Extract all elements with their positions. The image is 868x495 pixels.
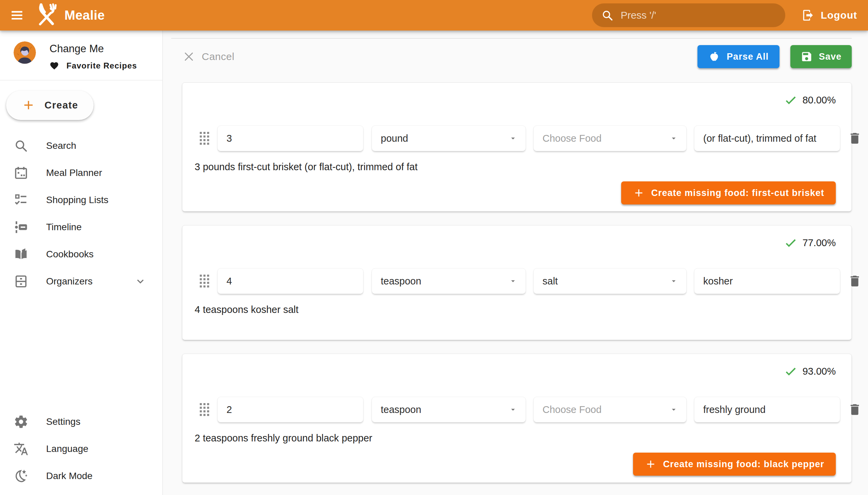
save-label: Save <box>819 52 841 62</box>
sidebar-item-organizers[interactable]: Organizers <box>0 268 163 295</box>
unit-select-value: teaspoon <box>381 404 421 415</box>
confidence-value: 80.00% <box>803 95 836 106</box>
sidebar: Change Me Favorite Recipes Create Search… <box>0 31 163 495</box>
quantity-input[interactable] <box>217 268 363 294</box>
close-icon <box>183 51 195 63</box>
caret-down-icon <box>669 134 678 143</box>
mealie-app: Mealie Logout C <box>0 0 868 495</box>
sidebar-nav: Search Meal Planner Shopping Lists Timel… <box>0 132 163 295</box>
sidebar-item-cookbooks[interactable]: Cookbooks <box>0 241 163 268</box>
caret-down-icon <box>509 277 517 286</box>
user-profile[interactable]: Change Me Favorite Recipes <box>0 31 163 80</box>
logout-label: Logout <box>820 10 857 21</box>
create-missing-food-label: Create missing food: first-cut brisket <box>651 188 824 198</box>
ingredient-fields-row: pound Choose Food <box>194 125 844 151</box>
quantity-input[interactable] <box>217 125 363 151</box>
global-search[interactable] <box>592 3 785 27</box>
sidebar-item-shopping-lists[interactable]: Shopping Lists <box>0 186 163 214</box>
unit-select[interactable]: teaspoon <box>372 397 526 423</box>
menu-icon[interactable] <box>8 6 26 24</box>
check-icon <box>784 93 797 106</box>
delete-button[interactable] <box>848 131 862 146</box>
moon-icon <box>14 468 29 483</box>
app-brand[interactable]: Mealie <box>35 3 105 28</box>
search-icon <box>14 138 29 153</box>
cancel-button[interactable]: Cancel <box>182 51 240 63</box>
chevron-down-icon <box>134 275 147 288</box>
plus-icon <box>633 187 645 199</box>
sidebar-item-dark-mode[interactable]: Dark Mode <box>0 462 163 490</box>
confidence-indicator: 77.00% <box>194 236 836 249</box>
note-input[interactable] <box>694 125 840 151</box>
unit-select[interactable]: teaspoon <box>372 268 526 294</box>
missing-food-row: Create missing food: first-cut brisket <box>194 182 844 204</box>
content-divider <box>171 38 852 39</box>
sidebar-item-language[interactable]: Language <box>0 435 163 462</box>
unit-select-value: teaspoon <box>381 276 421 287</box>
food-select[interactable]: Choose Food <box>533 397 686 423</box>
food-select[interactable]: Choose Food <box>533 125 686 151</box>
heart-icon <box>50 61 59 70</box>
create-button-label: Create <box>45 100 78 111</box>
search-input[interactable] <box>620 10 777 21</box>
drag-handle-icon[interactable] <box>200 132 209 145</box>
book-icon <box>14 247 29 262</box>
create-missing-food-label: Create missing food: black pepper <box>663 459 824 470</box>
parse-all-label: Parse All <box>727 52 769 62</box>
sidebar-divider <box>0 80 163 80</box>
drawer-icon <box>14 274 29 289</box>
delete-button[interactable] <box>848 274 862 288</box>
unit-select[interactable]: pound <box>372 125 526 151</box>
ingredient-card: 77.00% teaspoon <box>182 225 852 340</box>
caret-down-icon <box>509 405 517 414</box>
avatar <box>14 41 36 64</box>
quantity-input[interactable] <box>217 397 363 423</box>
confidence-indicator: 93.00% <box>194 365 836 378</box>
drag-handle-icon[interactable] <box>200 275 209 288</box>
ingredient-card: 93.00% teaspoon <box>182 354 852 483</box>
cancel-label: Cancel <box>202 51 234 62</box>
checklist-icon <box>14 192 29 207</box>
check-icon <box>784 365 797 378</box>
create-missing-food-button[interactable]: Create missing food: black pepper <box>633 453 836 476</box>
original-ingredient-text: 3 pounds first-cut brisket (or flat-cut)… <box>194 161 844 173</box>
trash-icon <box>848 403 862 417</box>
original-ingredient-text: 4 teaspoons kosher salt <box>194 304 844 315</box>
favorite-recipes-label: Favorite Recipes <box>66 61 137 70</box>
sidebar-item-timeline[interactable]: Timeline <box>0 214 163 241</box>
check-icon <box>784 236 797 249</box>
sidebar-nav-footer: Settings Language Dark Mode <box>0 408 163 495</box>
translate-icon <box>14 441 29 456</box>
note-input[interactable] <box>694 268 840 294</box>
caret-down-icon <box>669 405 678 414</box>
calendar-icon <box>14 166 29 181</box>
gear-icon <box>14 414 29 429</box>
drag-handle-icon[interactable] <box>200 403 209 416</box>
ingredient-fields-row: teaspoon salt <box>194 268 844 294</box>
missing-food-row: Create missing food: black pepper <box>194 453 844 476</box>
trash-icon <box>848 131 862 146</box>
sidebar-item-meal-planner[interactable]: Meal Planner <box>0 159 163 186</box>
note-input[interactable] <box>694 397 840 423</box>
sidebar-item-settings[interactable]: Settings <box>0 408 163 435</box>
food-select-value: salt <box>543 276 558 287</box>
ingredient-fields-row: teaspoon Choose Food <box>194 397 844 423</box>
logout-button[interactable]: Logout <box>797 4 862 27</box>
app-title: Mealie <box>64 8 105 23</box>
save-icon <box>801 51 813 63</box>
search-icon <box>601 9 614 22</box>
ingredient-card: 80.00% pound <box>182 82 852 211</box>
favorite-recipes-link[interactable]: Favorite Recipes <box>50 61 137 70</box>
food-select[interactable]: salt <box>533 268 686 294</box>
create-button[interactable]: Create <box>6 90 93 120</box>
delete-button[interactable] <box>848 403 862 417</box>
original-ingredient-text: 2 teaspoons freshly ground black pepper <box>194 433 844 444</box>
save-button[interactable]: Save <box>790 45 852 68</box>
caret-down-icon <box>669 277 678 286</box>
sidebar-item-search[interactable]: Search <box>0 132 163 159</box>
parse-all-button[interactable]: Parse All <box>697 45 780 68</box>
plus-icon <box>21 98 36 112</box>
create-missing-food-button[interactable]: Create missing food: first-cut brisket <box>621 182 836 204</box>
parser-toolbar: Cancel Parse All Save <box>182 45 852 68</box>
confidence-indicator: 80.00% <box>194 93 836 106</box>
